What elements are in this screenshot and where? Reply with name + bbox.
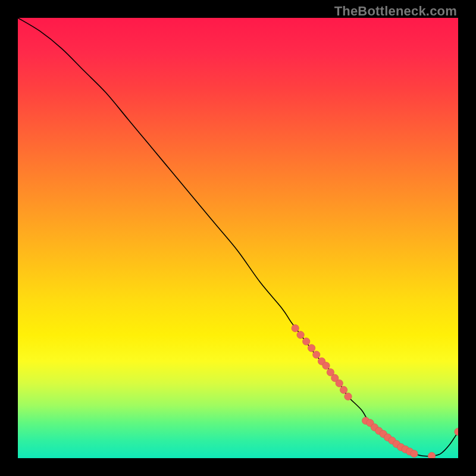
data-marker: [336, 380, 343, 387]
data-marker: [340, 386, 347, 393]
data-marker: [322, 362, 330, 369]
chart-container: TheBottleneck.com: [0, 0, 476, 476]
data-marker: [303, 338, 310, 345]
data-marker: [345, 393, 352, 400]
bottleneck-curve: [18, 18, 458, 456]
watermark-text: TheBottleneck.com: [334, 4, 457, 19]
data-marker: [308, 345, 315, 352]
plot-area: [18, 18, 458, 458]
data-marker: [411, 450, 418, 457]
data-marker: [428, 452, 435, 458]
data-marker: [292, 325, 299, 332]
data-marker: [313, 351, 320, 358]
data-marker: [455, 428, 458, 435]
chart-svg: [18, 18, 458, 458]
data-marker: [297, 331, 304, 339]
marker-group: [292, 325, 458, 459]
